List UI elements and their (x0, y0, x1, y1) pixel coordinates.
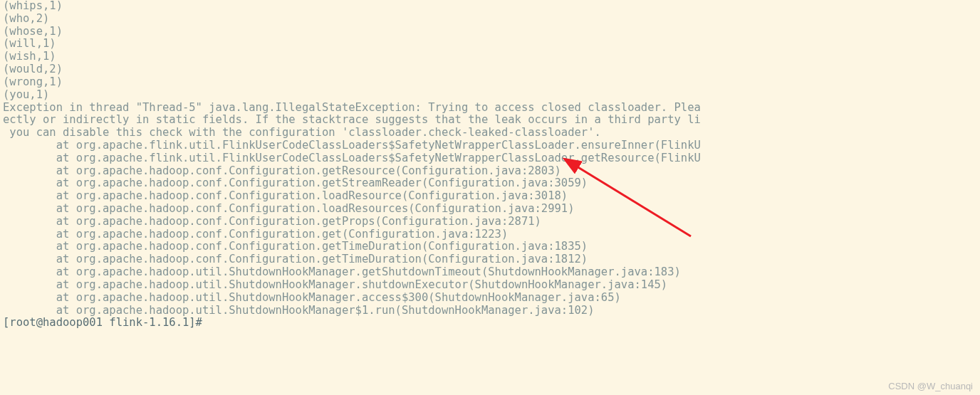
stacktrace-line: at org.apache.hadoop.util.ShutdownHookMa… (3, 278, 667, 291)
shell-prompt[interactable]: [root@hadoop001 flink-1.16.1]# (3, 316, 202, 329)
watermark: CSDN @W_chuanqi (888, 381, 973, 392)
stacktrace-line: at org.apache.hadoop.conf.Configuration.… (3, 177, 588, 189)
wordcount-line: (who,2) (3, 12, 49, 25)
stacktrace-line: at org.apache.hadoop.conf.Configuration.… (3, 215, 541, 228)
stacktrace-line: at org.apache.flink.util.FlinkUserCodeCl… (3, 139, 701, 152)
terminal-output[interactable]: (whips,1) (who,2) (whose,1) (will,1) (wi… (0, 0, 980, 330)
stacktrace-line: at org.apache.hadoop.conf.Configuration.… (3, 202, 575, 215)
stacktrace-line: at org.apache.hadoop.conf.Configuration.… (3, 240, 588, 253)
exception-line: Exception in thread "Thread-5" java.lang… (3, 101, 701, 114)
wordcount-line: (wish,1) (3, 50, 56, 63)
stacktrace-line: at org.apache.hadoop.conf.Configuration.… (3, 164, 561, 177)
wordcount-line: (wrong,1) (3, 75, 63, 88)
stacktrace-line: at org.apache.hadoop.util.ShutdownHookMa… (3, 291, 621, 304)
stacktrace-line: at org.apache.hadoop.conf.Configuration.… (3, 189, 568, 202)
stacktrace-line: at org.apache.hadoop.util.ShutdownHookMa… (3, 265, 681, 278)
wordcount-line: (will,1) (3, 37, 56, 50)
wordcount-line: (you,1) (3, 88, 49, 101)
stacktrace-line: at org.apache.hadoop.util.ShutdownHookMa… (3, 304, 595, 317)
wordcount-line: (whose,1) (3, 25, 63, 38)
stacktrace-line: at org.apache.flink.util.FlinkUserCodeCl… (3, 152, 701, 164)
wordcount-line: (would,2) (3, 63, 63, 75)
exception-line: you can disable this check with the conf… (3, 126, 601, 139)
stacktrace-line: at org.apache.hadoop.conf.Configuration.… (3, 228, 508, 241)
exception-line: ectly or indirectly in static fields. If… (3, 113, 701, 126)
stacktrace-line: at org.apache.hadoop.conf.Configuration.… (3, 253, 588, 265)
wordcount-line: (whips,1) (3, 0, 63, 12)
